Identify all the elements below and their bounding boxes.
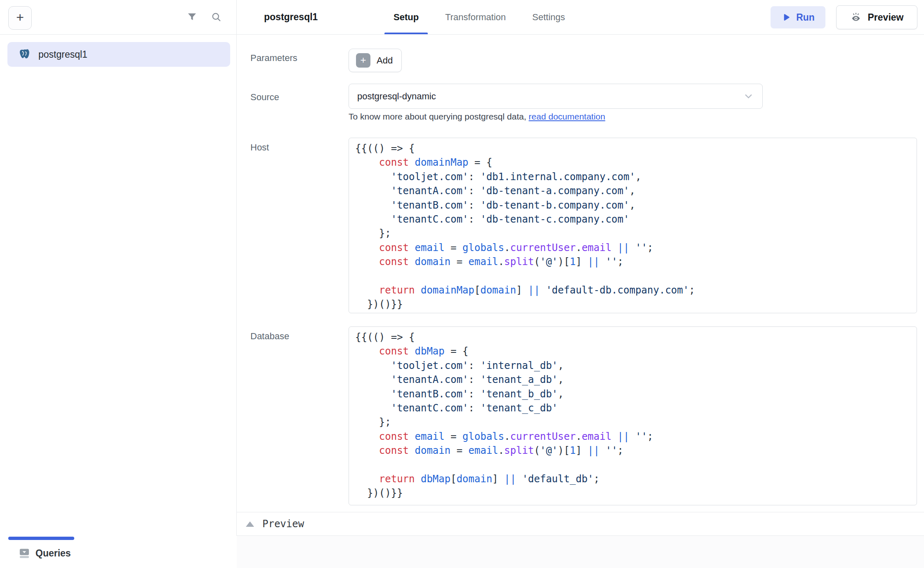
query-editor-app: + postgresql1 postgresql1 Setup Transfor… xyxy=(0,0,924,568)
query-title: postgresql1 xyxy=(264,0,318,34)
preview-button-label: Preview xyxy=(868,12,904,23)
preview-section-toggle[interactable]: Preview xyxy=(237,512,924,536)
read-documentation-link[interactable]: read documentation xyxy=(529,112,606,121)
preview-button[interactable]: Preview xyxy=(836,5,917,29)
sidebar-toolbar: + xyxy=(0,0,236,35)
collapse-triangle-icon xyxy=(246,521,254,527)
host-code-editor[interactable]: {{(() => { const domainMap = { 'tooljet.… xyxy=(349,138,917,313)
plus-icon: + xyxy=(16,11,24,24)
setup-panel: Parameters Add Source postgresql-dynamic… xyxy=(237,35,924,512)
new-query-button[interactable]: + xyxy=(8,6,32,30)
postgresql-icon xyxy=(19,48,31,61)
query-item-label: postgresql1 xyxy=(38,49,87,60)
queries-panel-tab[interactable]: Queries xyxy=(19,547,71,559)
preview-section-label: Preview xyxy=(262,518,304,530)
tab-transformation[interactable]: Transformation xyxy=(436,0,515,34)
query-list-item-postgresql1[interactable]: postgresql1 xyxy=(7,42,230,67)
source-select-value: postgresql-dynamic xyxy=(357,91,743,102)
tab-settings[interactable]: Settings xyxy=(523,0,574,34)
run-button[interactable]: Run xyxy=(771,6,825,28)
active-panel-indicator xyxy=(8,537,74,540)
database-code-editor[interactable]: {{(() => { const dbMap = { 'tooljet.com'… xyxy=(349,326,917,505)
source-label: Source xyxy=(250,92,279,103)
database-label: Database xyxy=(250,331,289,342)
tab-setup[interactable]: Setup xyxy=(384,0,428,34)
plus-icon xyxy=(356,53,370,68)
add-parameter-label: Add xyxy=(377,55,393,66)
bottom-canvas-area xyxy=(237,536,924,568)
parameters-label: Parameters xyxy=(250,53,297,63)
query-header: postgresql1 Setup Transformation Setting… xyxy=(237,0,924,35)
play-icon xyxy=(781,13,791,22)
eye-icon xyxy=(850,12,862,23)
chevron-down-icon xyxy=(743,91,754,102)
doc-hint-text: To know more about querying postgresql d… xyxy=(349,112,529,121)
host-label: Host xyxy=(250,142,269,153)
queries-panel-icon xyxy=(19,547,30,559)
query-tabs: Setup Transformation Settings xyxy=(384,0,574,34)
run-button-label: Run xyxy=(796,12,815,23)
source-select[interactable]: postgresql-dynamic xyxy=(349,84,763,109)
add-parameter-button[interactable]: Add xyxy=(349,49,402,72)
bottom-panel-bar: Queries xyxy=(0,536,924,568)
filter-icon[interactable] xyxy=(186,12,198,23)
source-doc-hint: To know more about querying postgresql d… xyxy=(349,112,605,122)
query-list-sidebar: + postgresql1 xyxy=(0,0,237,536)
search-icon[interactable] xyxy=(211,12,222,23)
queries-panel-label: Queries xyxy=(35,548,71,559)
